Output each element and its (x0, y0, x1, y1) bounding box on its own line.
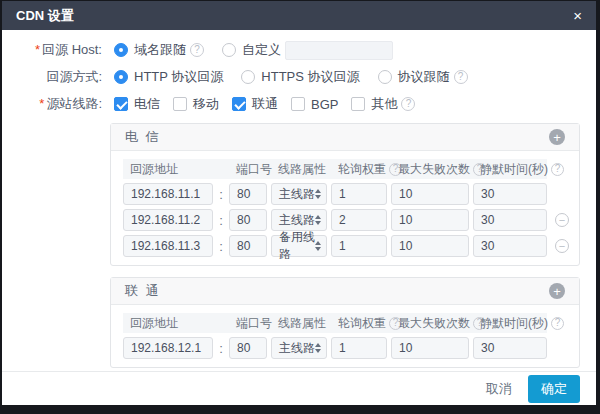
max-fail-input[interactable] (391, 209, 469, 231)
header-port: 端口号 (229, 315, 267, 332)
checkbox-telecom[interactable]: 电信 (114, 95, 160, 113)
header-port: 端口号 (229, 161, 267, 178)
radio-https-origin[interactable]: HTTPS 协议回源 (241, 68, 359, 86)
weight-input[interactable] (331, 209, 387, 231)
section-telecom-title: 电 信 (125, 128, 161, 146)
address-input[interactable] (123, 235, 213, 257)
table-row: : 主线路 (123, 183, 569, 205)
silent-time-input[interactable] (473, 209, 547, 231)
header-max-fail: 最大失败次数? (391, 315, 469, 332)
line-attr-select[interactable]: 主线路 (271, 209, 327, 231)
header-weight: 轮询权重? (331, 161, 387, 178)
radio-custom-host-label: 自定义 (242, 41, 281, 59)
header-max-fail: 最大失败次数? (391, 161, 469, 178)
help-icon[interactable]: ? (190, 43, 204, 57)
radio-http-origin-label: HTTP 协议回源 (134, 68, 223, 86)
origin-method-label: 回源方式: (16, 68, 102, 86)
table-row: : 主线路 − (123, 209, 569, 231)
custom-host-input[interactable] (285, 41, 393, 60)
help-icon[interactable]: ? (401, 97, 415, 111)
port-input[interactable] (229, 209, 267, 231)
cdn-settings-dialog: CDN 设置 × *回源 Host: 域名跟随 ? 自定义 回源方式: HTTP… (2, 1, 596, 405)
checkbox-telecom-label: 电信 (134, 95, 160, 113)
select-arrows-icon (315, 241, 321, 251)
dialog-content: *回源 Host: 域名跟随 ? 自定义 回源方式: HTTP 协议回源 HTT… (2, 30, 596, 371)
line-attr-select[interactable]: 备用线路 (271, 235, 327, 257)
radio-http-origin[interactable]: HTTP 协议回源 (114, 68, 223, 86)
radio-domain-follow[interactable]: 域名跟随 ? (114, 41, 204, 59)
max-fail-input[interactable] (391, 235, 469, 257)
colon-separator: : (217, 239, 225, 254)
help-icon[interactable]: ? (551, 317, 564, 330)
radio-icon[interactable] (114, 43, 128, 57)
line-attr-select[interactable]: 主线路 (271, 337, 327, 359)
radio-https-origin-label: HTTPS 协议回源 (261, 68, 359, 86)
checkbox-bgp[interactable]: BGP (291, 97, 338, 112)
section-unicom-title: 联 通 (125, 282, 161, 300)
section-unicom: 联 通 + 回源地址 端口号 线路属性 轮询权重? 最大失败次数? 静默时间(秒… (110, 277, 580, 368)
remove-row-icon[interactable]: − (555, 213, 569, 227)
help-icon[interactable]: ? (551, 163, 564, 176)
silent-time-input[interactable] (473, 235, 547, 257)
max-fail-input[interactable] (391, 337, 469, 359)
checkbox-unicom-label: 联通 (252, 95, 278, 113)
radio-icon[interactable] (222, 43, 236, 57)
address-input[interactable] (123, 183, 213, 205)
dialog-titlebar: CDN 设置 × (2, 1, 596, 30)
help-icon[interactable]: ? (454, 70, 468, 84)
checkbox-icon[interactable] (232, 97, 246, 111)
remove-row-icon[interactable]: − (555, 239, 569, 253)
silent-time-input[interactable] (473, 337, 547, 359)
radio-protocol-follow-label: 协议跟随 (398, 68, 450, 86)
header-line-attr: 线路属性 (271, 161, 327, 178)
cancel-button[interactable]: 取消 (486, 380, 512, 398)
checkbox-unicom[interactable]: 联通 (232, 95, 278, 113)
close-icon[interactable]: × (573, 8, 582, 23)
radio-icon[interactable] (241, 70, 255, 84)
checkbox-mobile[interactable]: 移动 (173, 95, 219, 113)
silent-time-input[interactable] (473, 183, 547, 205)
form-row-origin-lines: *源站线路: 电信 移动 联通 BGP 其他 ? (16, 96, 580, 112)
colon-separator: : (217, 213, 225, 228)
origin-lines-label: *源站线路: (16, 95, 102, 113)
weight-input[interactable] (331, 235, 387, 257)
dialog-footer: 取消 确定 (2, 371, 596, 405)
port-input[interactable] (229, 337, 267, 359)
select-arrows-icon (315, 215, 321, 225)
checkbox-icon[interactable] (173, 97, 187, 111)
required-mark: * (39, 96, 44, 111)
max-fail-input[interactable] (391, 183, 469, 205)
weight-input[interactable] (331, 337, 387, 359)
radio-icon[interactable] (378, 70, 392, 84)
radio-protocol-follow[interactable]: 协议跟随 ? (378, 68, 468, 86)
form-row-origin-host: *回源 Host: 域名跟随 ? 自定义 (16, 42, 580, 58)
checkbox-icon[interactable] (114, 97, 128, 111)
radio-custom-host[interactable]: 自定义 (222, 41, 393, 60)
checkbox-other[interactable]: 其他 ? (351, 95, 415, 113)
header-address: 回源地址 (123, 161, 213, 178)
confirm-button[interactable]: 确定 (528, 375, 580, 403)
add-row-icon[interactable]: + (549, 129, 565, 145)
header-line-attr: 线路属性 (271, 315, 327, 332)
checkbox-mobile-label: 移动 (193, 95, 219, 113)
port-input[interactable] (229, 183, 267, 205)
required-mark: * (35, 42, 40, 57)
line-attr-select[interactable]: 主线路 (271, 183, 327, 205)
section-unicom-body: 回源地址 端口号 线路属性 轮询权重? 最大失败次数? 静默时间(秒)? : 主… (111, 305, 579, 367)
select-arrows-icon (315, 343, 321, 353)
colon-separator: : (217, 187, 225, 202)
header-silent-time: 静默时间(秒)? (473, 315, 547, 332)
address-input[interactable] (123, 337, 213, 359)
header-address: 回源地址 (123, 315, 213, 332)
checkbox-icon[interactable] (351, 97, 365, 111)
port-input[interactable] (229, 235, 267, 257)
weight-input[interactable] (331, 183, 387, 205)
radio-domain-follow-label: 域名跟随 (134, 41, 186, 59)
radio-icon[interactable] (114, 70, 128, 84)
checkbox-icon[interactable] (291, 97, 305, 111)
table-row: : 备用线路 − (123, 235, 569, 257)
address-input[interactable] (123, 209, 213, 231)
select-arrows-icon (315, 189, 321, 199)
header-weight: 轮询权重? (331, 315, 387, 332)
add-row-icon[interactable]: + (549, 283, 565, 299)
